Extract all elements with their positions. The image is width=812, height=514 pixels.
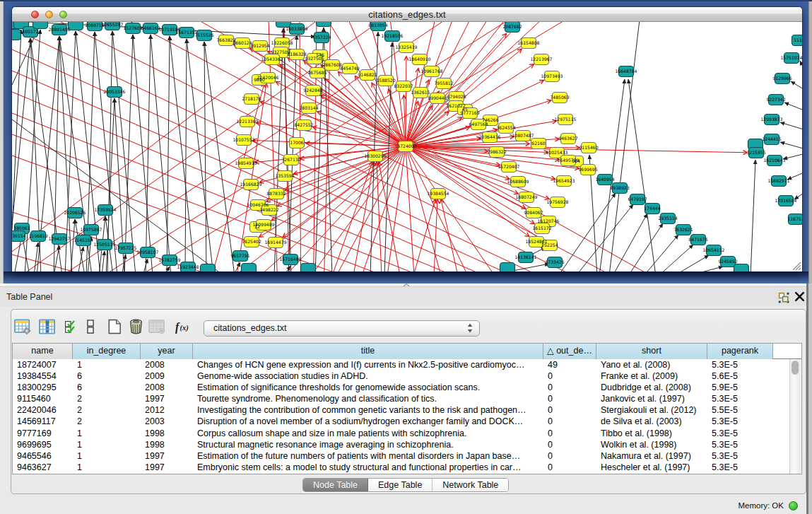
column-header-title[interactable]: title <box>193 344 543 359</box>
node-label: 16033809 <box>286 26 307 31</box>
node-label: 7485063 <box>550 95 569 100</box>
cell-title: Disruption of a novel member of a sodium… <box>193 416 543 427</box>
table-row[interactable]: 1456911722003Disruption of a novel membe… <box>13 416 792 427</box>
column-header-out_degree[interactable]: △ out_de… <box>543 344 596 359</box>
network-canvas[interactable]: 1405572420891406206971910655287152760264… <box>12 22 802 271</box>
graph-node[interactable] <box>201 264 216 272</box>
cell-short: Jankovic et al. (1997) <box>596 393 707 404</box>
node-label: 3215955 <box>746 150 765 155</box>
graph-node[interactable] <box>317 22 331 27</box>
node-label: 252254 <box>541 243 558 247</box>
node-label: 18300295 <box>364 153 386 158</box>
graph-node[interactable] <box>242 264 257 272</box>
node-label: 2803144 <box>299 105 318 110</box>
node-label: 9777169 <box>460 110 479 115</box>
cell-in_degree: 1 <box>73 450 141 462</box>
cell-year: 2008 <box>141 359 193 370</box>
cell-out_degree: 0 <box>543 416 596 427</box>
column-header-pagerank[interactable]: pagerank <box>707 344 773 359</box>
vertical-scrollbar[interactable] <box>789 359 801 474</box>
column-header-year[interactable]: year <box>141 344 193 359</box>
cell-name: 18300295 <box>13 382 73 393</box>
node-table: namein_degreeyeartitle△ out_de…shortpage… <box>12 343 802 474</box>
delete-column-icon[interactable] <box>128 319 144 334</box>
node-label: 22420046 <box>257 75 278 80</box>
tab-network-table[interactable]: Network Table <box>433 479 508 491</box>
table-select-dropdown[interactable]: citations_edges.txt <box>204 320 480 337</box>
node-label: 9463627 <box>558 136 577 141</box>
node-label: 1527602 <box>123 25 142 30</box>
cell-year: 2008 <box>141 382 193 393</box>
cell-name: 19384554 <box>13 370 73 382</box>
dropdown-arrows-icon <box>467 323 473 333</box>
table-row[interactable]: 1872400712008Changes of HCN gene express… <box>13 359 792 370</box>
node-label: 12213967 <box>530 57 552 62</box>
resize-grip-icon[interactable] <box>792 262 801 271</box>
cell-title: Genome-wide association studies in ADHD. <box>193 370 543 382</box>
graph-node[interactable] <box>500 263 515 272</box>
table-row[interactable]: 1938455462009Genome-wide association stu… <box>13 370 792 382</box>
column-header-short[interactable]: short <box>596 344 707 359</box>
cell-out_degree: 0 <box>543 404 596 416</box>
cell-in_degree: 6 <box>73 370 141 382</box>
node-label: 1615172 <box>532 226 551 230</box>
graph-node[interactable] <box>33 22 48 29</box>
graph-node[interactable] <box>69 22 83 30</box>
graph-node[interactable] <box>301 264 316 272</box>
cell-name: 14569117 <box>13 416 73 427</box>
row-height-icon[interactable] <box>87 320 94 334</box>
tab-edge-table[interactable]: Edge Table <box>368 479 433 491</box>
table-row[interactable]: 911546021997Tourette syndrome. Phenomeno… <box>13 393 792 404</box>
node-label: 8427552 <box>294 122 313 127</box>
window-bottom-shadow <box>4 271 808 284</box>
cell-in_degree: 6 <box>73 382 141 393</box>
table-row[interactable]: 969969511998Structural magnetic resonanc… <box>13 439 792 450</box>
cell-short: Hescheler et al. (1997) <box>596 462 707 473</box>
tab-node-table[interactable]: Node Table <box>303 479 368 491</box>
node-label: 10655287 <box>101 22 123 27</box>
table-row[interactable]: 946362711997Embryonic stem cells: a mode… <box>13 462 792 473</box>
graph-node[interactable] <box>734 264 749 272</box>
column-header-in_degree[interactable]: in_degree <box>73 344 141 359</box>
cell-pagerank: 5.3E-5 <box>707 462 773 473</box>
node-label: 7357224 <box>312 35 331 40</box>
node-label: 2867608 <box>322 62 341 67</box>
node-label: 17359924 <box>94 207 116 212</box>
table-tabs: Node TableEdge TableNetwork Table <box>302 478 509 492</box>
cell-short: Tibbo et al. (1998) <box>596 428 707 439</box>
cell-pagerank: 5.3E-5 <box>707 439 773 450</box>
table-row[interactable]: 946554611997Estimation of the future num… <box>13 450 792 462</box>
node-label: 10688609 <box>507 179 529 184</box>
table-row[interactable]: 2242004622012Investigating the contribut… <box>13 404 792 416</box>
node-label: 8938923 <box>610 185 629 190</box>
show-columns-icon[interactable] <box>39 319 56 335</box>
node-label: 10958107 <box>136 250 158 255</box>
table-row[interactable]: 977716911998Corpus callosum shape and si… <box>13 428 792 439</box>
function-builder-icon[interactable]: f(x) <box>175 320 192 334</box>
cell-out_degree: 0 <box>543 393 596 404</box>
float-panel-icon[interactable] <box>778 292 789 303</box>
cell-year: 1998 <box>141 439 193 450</box>
window-title-bar[interactable]: citations_edges.txt <box>12 7 802 22</box>
cell-out_degree: 0 <box>543 450 596 462</box>
column-header-name[interactable]: name <box>13 344 73 359</box>
node-label: 10046706 <box>247 202 269 207</box>
node-label: 2087682 <box>502 24 522 29</box>
cell-title: Embryonic stem cells: a model to study s… <box>193 462 543 473</box>
node-label: 7632621 <box>673 227 693 232</box>
table-row[interactable]: 1830029562008Estimation of significance … <box>13 382 792 393</box>
table-options-icon[interactable] <box>14 319 31 334</box>
new-column-icon[interactable] <box>107 319 122 334</box>
node-label: 19218506 <box>381 33 403 38</box>
cell-name: 18724007 <box>13 359 73 370</box>
table-panel-titlebar: Table Panel <box>0 287 812 306</box>
node-label: 15720407 <box>498 164 519 169</box>
left-edge-strip <box>0 1 4 284</box>
node-label: 1588520 <box>376 78 395 83</box>
close-panel-icon[interactable] <box>794 291 805 302</box>
cell-in_degree: 1 <box>73 359 141 370</box>
scrollbar-thumb[interactable] <box>792 361 799 375</box>
node-label: 9657791 <box>230 253 249 258</box>
cell-pagerank: 5.6E-5 <box>707 370 773 382</box>
select-rows-icon[interactable] <box>64 320 77 334</box>
